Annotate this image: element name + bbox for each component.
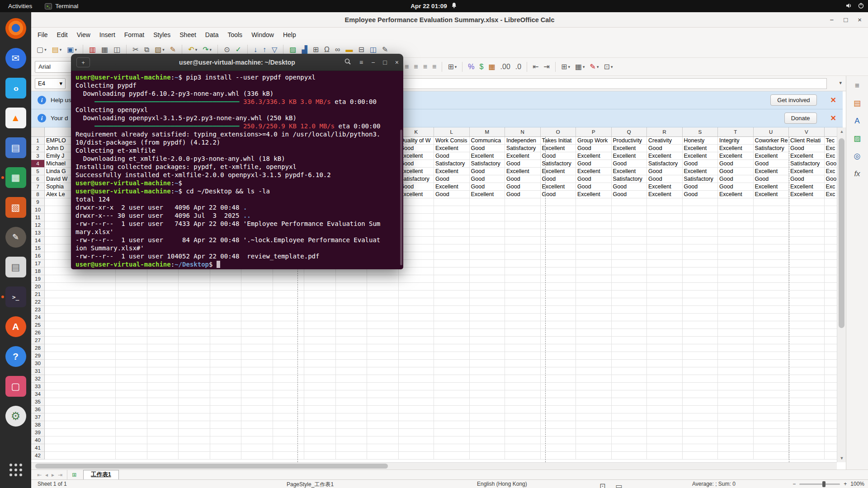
cell-N31[interactable] (505, 367, 541, 375)
cell-E31[interactable] (210, 367, 242, 375)
cell-I34[interactable] (336, 390, 368, 398)
cell-K23[interactable] (399, 306, 434, 314)
vertical-scrollbar-thumb[interactable] (839, 138, 844, 328)
cell-M8[interactable]: Excellent (470, 191, 505, 198)
cell-K10[interactable] (399, 206, 434, 214)
cell-L34[interactable] (434, 390, 470, 398)
cell-W27[interactable] (825, 337, 837, 344)
cell-K6[interactable]: Satisfactory (399, 175, 434, 183)
cell-A37[interactable] (45, 413, 116, 421)
donate-button[interactable]: Donate (784, 113, 817, 124)
cell-T1[interactable]: Integrity (718, 137, 754, 145)
cell-L26[interactable] (434, 329, 470, 337)
cell-Q39[interactable] (612, 429, 647, 436)
cell-E42[interactable] (210, 452, 242, 460)
cell-L33[interactable] (434, 383, 470, 390)
row-header-1[interactable]: 1 (31, 137, 45, 145)
cell-O13[interactable] (541, 229, 576, 237)
cell-S26[interactable] (683, 329, 718, 337)
styles-button[interactable]: A (853, 116, 861, 127)
cell-Q15[interactable] (612, 244, 647, 252)
headers-footers-button[interactable]: ⊟ (356, 44, 366, 55)
cell-A28[interactable] (45, 344, 116, 352)
cell-G42[interactable] (273, 452, 305, 460)
cell-C31[interactable] (147, 367, 179, 375)
cell-C37[interactable] (147, 413, 179, 421)
cell-F33[interactable] (241, 383, 273, 390)
cell-L25[interactable] (434, 321, 470, 329)
cell-G19[interactable] (273, 275, 305, 283)
cell-H41[interactable] (304, 444, 336, 452)
cell-W9[interactable] (825, 198, 837, 206)
redo-button[interactable]: ↷▾ (201, 44, 213, 55)
cell-S37[interactable] (683, 413, 718, 421)
cell-F19[interactable] (241, 275, 273, 283)
cell-N7[interactable]: Good (505, 183, 541, 191)
cell-T39[interactable] (718, 429, 754, 436)
cell-P37[interactable] (576, 413, 612, 421)
cell-L13[interactable] (434, 229, 470, 237)
add-sheet-button[interactable]: ⊞ (71, 470, 78, 479)
cell-G38[interactable] (273, 421, 305, 429)
cell-V13[interactable] (789, 229, 825, 237)
cell-W35[interactable] (825, 398, 837, 406)
cell-S8[interactable]: Good (683, 191, 718, 198)
cell-P41[interactable] (576, 444, 612, 452)
cell-Q7[interactable]: Good (612, 183, 647, 191)
cell-S40[interactable] (683, 436, 718, 444)
software-launcher[interactable]: A (0, 312, 31, 342)
cell-K18[interactable] (399, 267, 434, 275)
cell-A23[interactable] (45, 306, 116, 314)
cell-H22[interactable] (304, 298, 336, 306)
cell-U27[interactable] (754, 337, 789, 344)
row-header-30[interactable]: 30 (31, 360, 45, 367)
cell-V31[interactable] (789, 367, 825, 375)
cell-K16[interactable] (399, 252, 434, 260)
cell-K31[interactable] (399, 367, 434, 375)
open-button[interactable]: ▤▾ (50, 44, 64, 55)
cell-L23[interactable] (434, 306, 470, 314)
cell-F32[interactable] (241, 375, 273, 383)
cell-V34[interactable] (789, 390, 825, 398)
cell-P28[interactable] (576, 344, 612, 352)
cell-D30[interactable] (179, 360, 210, 367)
cell-O34[interactable] (541, 390, 576, 398)
row-header-18[interactable]: 18 (31, 267, 45, 275)
cell-L10[interactable] (434, 206, 470, 214)
row-header-9[interactable]: 9 (31, 198, 45, 206)
close-notification-icon[interactable]: ✕ (830, 114, 836, 122)
cell-T38[interactable] (718, 421, 754, 429)
cell-R9[interactable] (647, 198, 683, 206)
cell-V39[interactable] (789, 429, 825, 436)
cell-M5[interactable]: Good (470, 168, 505, 175)
cell-P27[interactable] (576, 337, 612, 344)
cell-O14[interactable] (541, 237, 576, 244)
maximize-button[interactable]: □ (844, 16, 848, 23)
files-launcher[interactable]: ▤ (0, 252, 31, 282)
cell-A30[interactable] (45, 360, 116, 367)
cell-A39[interactable] (45, 429, 116, 436)
cell-S5[interactable]: Excellent (683, 168, 718, 175)
cell-A31[interactable] (45, 367, 116, 375)
cell-N22[interactable] (505, 298, 541, 306)
cell-F34[interactable] (241, 390, 273, 398)
cell-R38[interactable] (647, 421, 683, 429)
cell-W40[interactable] (825, 436, 837, 444)
cell-M34[interactable] (470, 390, 505, 398)
cell-D22[interactable] (179, 298, 210, 306)
cell-A41[interactable] (45, 444, 116, 452)
cell-L41[interactable] (434, 444, 470, 452)
cell-P24[interactable] (576, 314, 612, 321)
cell-A29[interactable] (45, 352, 116, 360)
cell-D32[interactable] (179, 375, 210, 383)
cell-N34[interactable] (505, 390, 541, 398)
cell-T27[interactable] (718, 337, 754, 344)
cell-K29[interactable] (399, 352, 434, 360)
copy-button[interactable]: ⧉ (142, 44, 151, 55)
cell-K22[interactable] (399, 298, 434, 306)
cell-O15[interactable] (541, 244, 576, 252)
cell-F36[interactable] (241, 406, 273, 413)
cell-C26[interactable] (147, 329, 179, 337)
calc-title-bar[interactable]: Employee Performance Evaluation Summary.… (31, 12, 868, 28)
cell-Q32[interactable] (612, 375, 647, 383)
